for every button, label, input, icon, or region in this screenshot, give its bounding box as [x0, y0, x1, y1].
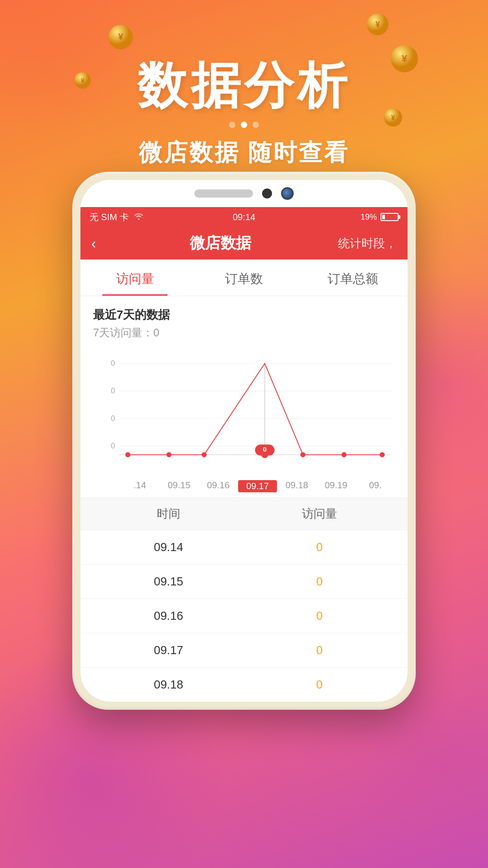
table-row: 09.16 0	[80, 599, 408, 633]
back-button[interactable]: ‹	[91, 231, 103, 255]
dot-1	[229, 122, 235, 128]
svg-text:0: 0	[111, 387, 115, 395]
svg-point-28	[380, 452, 385, 457]
phone-screen: 无 SIM 卡 09:14 19%	[80, 180, 408, 702]
svg-text:0: 0	[263, 445, 267, 453]
svg-text:¥: ¥	[391, 114, 395, 122]
chart-title: 最近7天的数据	[93, 307, 395, 323]
chart-section: 最近7天的数据 7天访问量：0 0 0 0 0	[80, 296, 408, 494]
hero-section: 数据分析 微店数据 随时查看	[0, 0, 488, 199]
status-right: 19%	[296, 212, 399, 222]
nav-bar: ‹ 微店数据 统计时段，	[80, 227, 408, 259]
tab-order-total[interactable]: 订单总额	[299, 259, 408, 296]
svg-text:¥: ¥	[81, 77, 84, 84]
cell-date-3: 09.17	[93, 643, 244, 657]
coin-decoration-4: ¥	[391, 45, 418, 74]
battery-fill	[382, 215, 385, 219]
x-label-1: 09.15	[160, 480, 199, 492]
svg-text:0: 0	[111, 359, 115, 368]
status-time: 09:14	[192, 212, 296, 222]
coin-decoration-2: ¥	[367, 14, 389, 37]
svg-point-21	[166, 452, 171, 457]
table-row: 09.17 0	[80, 633, 408, 667]
hero-subtitle: 微店数据 随时查看	[139, 137, 349, 169]
coin-decoration-5: ¥	[384, 108, 402, 128]
phone-outer-shell: 无 SIM 卡 09:14 19%	[72, 172, 416, 710]
svg-point-22	[202, 452, 206, 457]
table-row: 09.18 0	[80, 667, 408, 702]
tab-orders[interactable]: 订单数	[189, 259, 298, 296]
x-label-5: 09.19	[316, 480, 356, 492]
x-label-0: .14	[120, 480, 160, 492]
chart-subtitle: 7天访问量：0	[93, 326, 395, 340]
front-camera	[262, 189, 272, 198]
tab-visits[interactable]: 访问量	[80, 259, 189, 296]
coin-decoration-3: ¥	[75, 72, 91, 90]
table-row: 09.14 0	[80, 530, 408, 564]
x-label-4: 09.18	[277, 480, 316, 492]
svg-point-20	[125, 452, 130, 457]
coin-decoration-1: ¥	[108, 25, 133, 52]
hero-dots	[229, 122, 259, 128]
line-chart: 0 0 0 0	[107, 349, 395, 476]
phone-top-bar	[80, 180, 408, 207]
cell-value-4: 0	[244, 678, 395, 692]
battery-icon	[380, 213, 399, 221]
dot-2	[241, 122, 247, 128]
svg-text:0: 0	[111, 442, 115, 450]
chart-x-labels: .14 09.15 09.16 09.17 09.18 09.19 09.	[107, 477, 395, 492]
x-label-3: 09.17	[238, 480, 277, 492]
header-visits: 访问量	[244, 506, 395, 522]
chart-area: 0 0 0 0	[93, 349, 395, 494]
table-row: 09.15 0	[80, 564, 408, 599]
header-date: 时间	[93, 506, 244, 522]
x-label-6: 09.	[356, 480, 395, 492]
period-selector[interactable]: 统计时段，	[338, 236, 397, 251]
cell-date-0: 09.14	[93, 540, 244, 554]
phone-mockup: 无 SIM 卡 09:14 19%	[72, 172, 416, 710]
battery-percent: 19%	[361, 212, 377, 222]
hero-title: 数据分析	[137, 58, 351, 113]
status-bar: 无 SIM 卡 09:14 19%	[80, 207, 408, 227]
wifi-icon	[133, 212, 144, 222]
dot-3	[253, 122, 259, 128]
status-left: 无 SIM 卡	[89, 211, 192, 223]
svg-text:0: 0	[111, 414, 115, 423]
cell-value-3: 0	[244, 643, 395, 657]
cell-value-1: 0	[244, 575, 395, 589]
nav-title: 微店数据	[103, 233, 338, 254]
svg-point-27	[342, 452, 347, 457]
svg-text:¥: ¥	[402, 53, 408, 64]
cell-date-1: 09.15	[93, 575, 244, 589]
data-table: 时间 访问量 09.14 0 09.15 0 09.16 0 09.17	[80, 497, 408, 702]
cell-value-0: 0	[244, 540, 395, 554]
speaker-grille	[194, 189, 253, 198]
cell-date-4: 09.18	[93, 678, 244, 692]
x-label-2: 09.16	[199, 480, 238, 492]
cell-date-2: 09.16	[93, 609, 244, 623]
table-header: 时间 访问量	[80, 497, 408, 530]
carrier-text: 无 SIM 卡	[89, 211, 129, 223]
svg-text:¥: ¥	[375, 20, 380, 29]
cell-value-2: 0	[244, 609, 395, 623]
tab-bar: 访问量 订单数 订单总额	[80, 259, 408, 296]
camera-lens	[281, 187, 294, 200]
svg-text:¥: ¥	[118, 32, 123, 42]
svg-point-26	[300, 452, 305, 457]
